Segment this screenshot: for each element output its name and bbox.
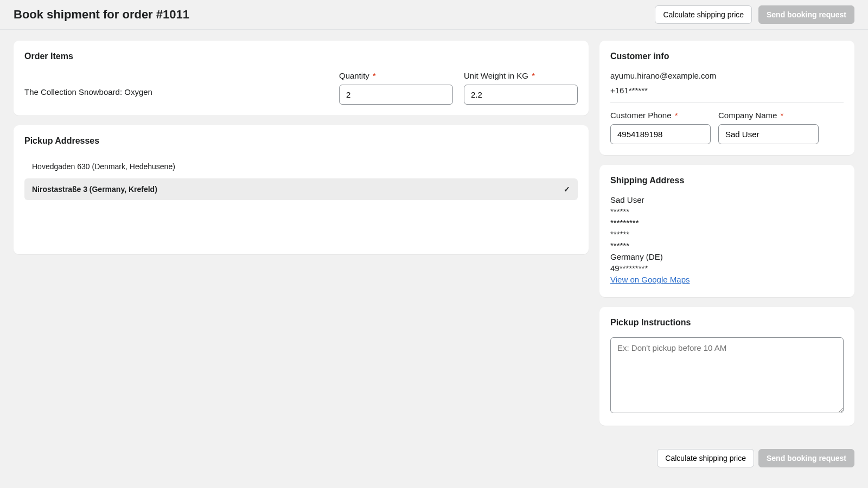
order-item-row: The Collection Snowboard: Oxygen Quantit… [24, 71, 578, 105]
left-column: Order Items The Collection Snowboard: Ox… [14, 41, 589, 435]
shipping-address-block: Sad User ****** ********* ****** ****** … [610, 195, 844, 284]
weight-field: Unit Weight in KG * [464, 71, 578, 105]
pickup-address-list: Hovedgaden 630 (Denmark, Hedehusene) Nir… [24, 156, 578, 200]
page-title: Book shipment for order #1011 [14, 8, 189, 22]
calculate-shipping-price-button[interactable]: Calculate shipping price [655, 5, 752, 24]
shipping-line: Sad User [610, 195, 844, 204]
weight-input[interactable] [464, 85, 578, 105]
pickup-address-option[interactable]: Hovedgaden 630 (Denmark, Hedehusene) [24, 156, 578, 177]
pickup-addresses-title: Pickup Addresses [24, 136, 578, 146]
company-name-input[interactable] [718, 124, 819, 144]
faded-placeholder [24, 200, 578, 243]
customer-fields: Customer Phone * Company Name * [610, 111, 844, 144]
calculate-shipping-price-button-bottom[interactable]: Calculate shipping price [657, 449, 754, 467]
pickup-addresses-card: Pickup Addresses Hovedgaden 630 (Denmark… [14, 125, 589, 254]
pickup-address-option-selected[interactable]: Nirostastraße 3 (Germany, Krefeld) ✓ [24, 178, 578, 200]
top-actions: Calculate shipping price Send booking re… [655, 5, 854, 24]
customer-phone-field: Customer Phone * [610, 111, 711, 144]
quantity-label: Quantity * [339, 71, 453, 80]
send-booking-request-button-bottom[interactable]: Send booking request [758, 449, 854, 467]
pickup-instructions-textarea[interactable] [610, 337, 844, 413]
top-bar: Book shipment for order #1011 Calculate … [0, 0, 868, 30]
layout: Order Items The Collection Snowboard: Ox… [0, 30, 868, 449]
pickup-address-label: Hovedgaden 630 (Denmark, Hedehusene) [32, 162, 175, 171]
shipping-line: ****** [610, 241, 844, 250]
pickup-instructions-title: Pickup Instructions [610, 318, 844, 328]
view-on-google-maps-link[interactable]: View on Google Maps [610, 275, 690, 284]
check-icon: ✓ [564, 185, 570, 194]
shipping-line: ********* [610, 218, 844, 227]
bottom-bar: Calculate shipping price Send booking re… [0, 449, 868, 481]
customer-info-card: Customer info ayumu.hirano@example.com +… [599, 41, 854, 155]
order-items-card: Order Items The Collection Snowboard: Ox… [14, 41, 589, 115]
company-name-field: Company Name * [718, 111, 819, 144]
quantity-field: Quantity * [339, 71, 453, 105]
company-name-label: Company Name * [718, 111, 819, 120]
customer-info-title: Customer info [610, 52, 844, 61]
order-items-title: Order Items [24, 52, 578, 61]
shipping-line: 49********* [610, 264, 844, 273]
divider [610, 102, 844, 103]
pickup-address-label: Nirostastraße 3 (Germany, Krefeld) [32, 185, 157, 194]
customer-phone-input[interactable] [610, 124, 711, 144]
shipping-line: Germany (DE) [610, 252, 844, 261]
pickup-instructions-card: Pickup Instructions [599, 307, 854, 426]
quantity-input[interactable] [339, 85, 453, 105]
shipping-address-title: Shipping Address [610, 176, 844, 185]
send-booking-request-button[interactable]: Send booking request [758, 5, 854, 24]
weight-label: Unit Weight in KG * [464, 71, 578, 80]
customer-email: ayumu.hirano@example.com [610, 71, 844, 80]
customer-phone-label: Customer Phone * [610, 111, 711, 120]
right-column: Customer info ayumu.hirano@example.com +… [599, 41, 854, 435]
order-item-name: The Collection Snowboard: Oxygen [24, 71, 328, 97]
shipping-line: ****** [610, 229, 844, 239]
shipping-line: ****** [610, 207, 844, 216]
shipping-address-card: Shipping Address Sad User ****** *******… [599, 165, 854, 297]
customer-phone-masked: +161****** [610, 86, 844, 95]
